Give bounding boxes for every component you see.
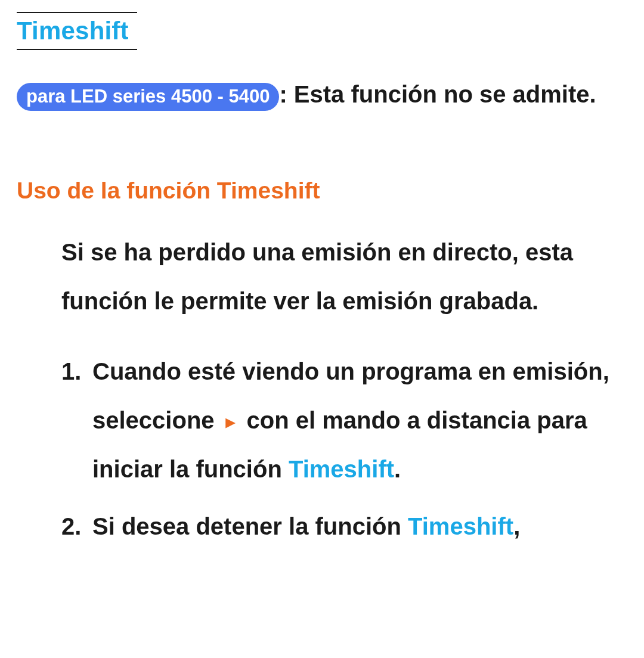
step-2-text-a: Si desea detener la función (92, 513, 408, 539)
document-page: Timeshift para LED series 4500 - 5400: E… (0, 0, 644, 658)
series-pill: para LED series 4500 - 5400 (17, 83, 279, 111)
page-title: Timeshift (17, 17, 129, 45)
note-text: : Esta función no se admite. (279, 81, 596, 107)
section-intro: Si se ha perdido una emisión en directo,… (17, 228, 627, 325)
step-2-text-c: , (513, 513, 520, 539)
steps-list: Cuando esté viendo un programa en emisió… (17, 347, 627, 551)
section-subhead: Uso de la función Timeshift (17, 178, 627, 204)
play-icon: ► (221, 405, 240, 439)
step-1-text-c: . (394, 456, 401, 482)
step-2-highlight: Timeshift (408, 513, 513, 539)
step-1-highlight: Timeshift (289, 456, 394, 482)
step-1: Cuando esté viendo un programa en emisió… (61, 347, 627, 494)
step-2: Si desea detener la función Timeshift, (61, 502, 627, 551)
availability-note: para LED series 4500 - 5400: Esta funció… (17, 70, 627, 118)
title-rule-box: Timeshift (17, 12, 137, 50)
